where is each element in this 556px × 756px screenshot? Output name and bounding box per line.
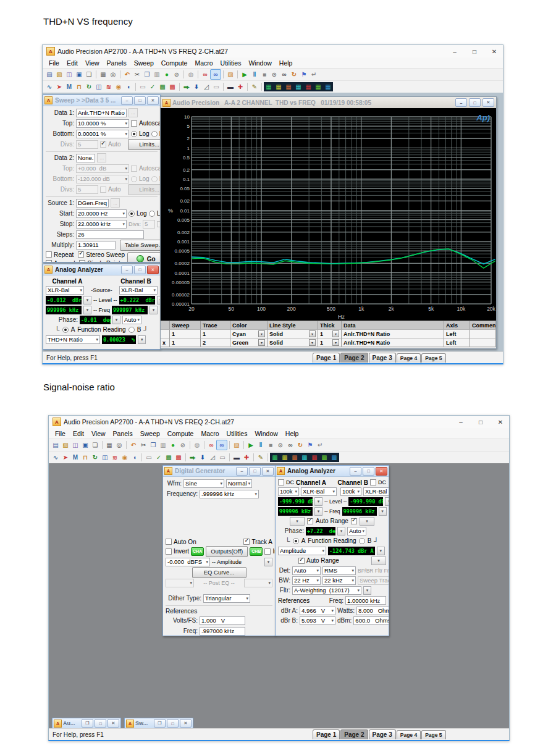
dbra-combo[interactable]: 4.966 V▾	[300, 607, 335, 615]
trace-cell-sel[interactable]: x	[161, 338, 170, 347]
graph-icon[interactable]: ◿	[201, 82, 211, 91]
audio-monitor-icon[interactable]: ◖	[130, 453, 140, 462]
pointer-icon[interactable]: ➤	[54, 82, 64, 91]
data1-top-combo[interactable]: 10.0000 %▾	[76, 119, 129, 128]
close-icon[interactable]: ✕	[489, 48, 499, 55]
graph-titlebar[interactable]: A Audio Precision A-A 2 CHANNEL THD vs F…	[161, 97, 496, 108]
maximize-icon[interactable]: □	[470, 48, 479, 55]
analog-analyzer-icon[interactable]: M	[70, 453, 80, 462]
save-as-icon[interactable]: ❏	[90, 440, 100, 450]
minimize-icon[interactable]: –	[450, 48, 460, 55]
auto-on-checkbox[interactable]	[166, 539, 172, 545]
link-icon[interactable]: ∞	[216, 440, 227, 450]
panel-browser-icon[interactable]: ▨	[232, 440, 242, 450]
cell-dropdown-icon[interactable]: ▾	[309, 339, 316, 346]
data1-bottom-combo[interactable]: 0.00001 %▾	[76, 130, 129, 138]
bw-low-combo[interactable]: 22 Hz▾	[292, 576, 321, 585]
undo-icon[interactable]: ↶	[128, 440, 138, 450]
data2-divs-input[interactable]: 5	[76, 185, 98, 194]
page-tab-3[interactable]: Page 3	[369, 729, 396, 739]
menu-file[interactable]: File	[45, 59, 63, 67]
menu-window[interactable]: Window	[245, 59, 275, 67]
invert-b-checkbox[interactable]	[264, 548, 271, 555]
det-mode-combo[interactable]: RMS▾	[322, 566, 356, 575]
meter-display-1-icon[interactable]: ▦	[264, 82, 274, 91]
voltsfs-input[interactable]: 1.000 V	[200, 616, 245, 625]
dc-a-checkbox[interactable]	[278, 479, 284, 485]
meter-display-1-icon[interactable]: ▦	[270, 453, 280, 462]
sweep-single-icon[interactable]: ⊙	[269, 70, 279, 79]
attach-icon[interactable]: ◍	[192, 440, 202, 450]
page-tab-3[interactable]: Page 3	[369, 353, 396, 363]
meter-display-4-icon[interactable]: ▦	[300, 453, 310, 462]
panel-maximize-icon[interactable]: □	[249, 467, 261, 476]
cell-dropdown-icon[interactable]: ▾	[258, 330, 265, 337]
analog-analyzer-panel[interactable]: A Analog Analyzer – □ ✕ Channel A Channe…	[43, 264, 161, 350]
append-checkbox[interactable]	[46, 260, 52, 262]
phase-mode-combo[interactable]: Auto▾	[122, 316, 141, 324]
status-bits-icon[interactable]: ▬	[225, 82, 235, 91]
digital-generator-panel[interactable]: A Digital Generator – □ ✕ Wfm: Sine▾ Nor…	[162, 465, 276, 636]
data1-limits-button[interactable]: Limits...	[128, 139, 160, 150]
restore-icon[interactable]: ❐	[154, 719, 166, 728]
regulate-icon[interactable]: ↻	[295, 440, 305, 450]
undo-icon[interactable]: ↶	[122, 70, 132, 79]
maximize-icon[interactable]: □	[95, 719, 106, 728]
digital-generator-icon[interactable]: ⊓	[74, 82, 84, 91]
minimize-icon[interactable]: –	[456, 419, 466, 426]
data1-lin-radio[interactable]	[151, 131, 158, 137]
source-a-combo[interactable]: XLR-Bal▾	[301, 487, 337, 496]
panel-maximize-icon[interactable]: □	[134, 96, 146, 105]
menu-utilities[interactable]: Utilities	[223, 430, 251, 437]
table-sweep-button[interactable]: Table Sweep...	[120, 240, 160, 251]
watts-input[interactable]: 8.000 Ohms	[356, 607, 389, 615]
sweep-panel[interactable]: A Sweep > >Data 3 5 ... – □ ✕ Data 1: An…	[43, 94, 161, 262]
go-button[interactable]: Go	[127, 252, 160, 262]
print-icon[interactable]: ▦	[104, 440, 114, 450]
function-a-radio[interactable]	[62, 327, 69, 333]
dio-panel-icon[interactable]: ▭	[144, 453, 154, 462]
settling-icon[interactable]: ✓	[148, 82, 158, 91]
analyzer2-ref-freq-input[interactable]: 1.00000 kHz	[345, 596, 386, 605]
data2-limits-button[interactable]: Limits...	[128, 184, 160, 195]
menu-macro[interactable]: Macro	[197, 430, 222, 437]
track-a-checkbox[interactable]	[243, 539, 250, 545]
steps-input[interactable]: 26	[76, 230, 144, 239]
freq-a-combo-arrow[interactable]: ▾	[314, 507, 322, 516]
monitors-icon[interactable]: ∞	[279, 70, 289, 79]
analog-analyzer-panel-2[interactable]: A Analog Analyzer – □ ✕ DC Channel A Cha…	[275, 465, 389, 636]
save-as-icon[interactable]: ❏	[84, 70, 94, 79]
sweep-pause-icon[interactable]: ‖	[256, 440, 266, 450]
utility-icon[interactable]: ↵	[315, 440, 325, 450]
analog-generator-icon[interactable]: ∿	[44, 82, 54, 91]
repeat-checkbox[interactable]	[46, 251, 52, 258]
panel-close-icon[interactable]: ✕	[147, 96, 159, 105]
minimized-sweep-window[interactable]: A Sw... ❐ □ ✕	[124, 718, 193, 728]
data1-divs-input[interactable]: 5	[76, 140, 98, 149]
graph-maximize-icon[interactable]: □	[469, 98, 481, 107]
page-tab-2[interactable]: Page 2	[340, 353, 368, 363]
log-icon[interactable]: ✎	[256, 453, 266, 462]
new-test-icon[interactable]: ▤	[44, 70, 54, 79]
paste-icon[interactable]: ▥	[158, 440, 168, 450]
invert-a-checkbox[interactable]	[166, 548, 172, 555]
utility-icon[interactable]: ↵	[309, 70, 319, 79]
function-b-radio[interactable]	[128, 327, 135, 333]
menu-help[interactable]: Help	[276, 59, 297, 67]
log-icon[interactable]: ✎	[250, 82, 259, 91]
data2-divs-auto-checkbox[interactable]	[100, 187, 106, 193]
meter-display-3-icon[interactable]: ▦	[284, 82, 293, 91]
open-test-icon[interactable]: ▧	[54, 70, 64, 79]
phase-combo-arrow[interactable]: ▾	[337, 527, 345, 536]
data1-log-radio[interactable]	[131, 131, 137, 137]
freq-b-combo-arrow[interactable]: ▾	[379, 507, 387, 516]
range-a-combo[interactable]: ▾	[290, 517, 305, 526]
ok-icon[interactable]: ●	[168, 440, 178, 450]
unlink-icon[interactable]: ∞	[200, 70, 210, 79]
goto-next-icon[interactable]: ⮕	[182, 82, 192, 91]
menu-view[interactable]: View	[88, 430, 109, 437]
sweep-start-icon[interactable]: ▶	[246, 440, 256, 450]
sweep-stop-icon[interactable]: ■	[259, 70, 269, 79]
panel-minimize-icon[interactable]: –	[350, 467, 361, 476]
graph-minimize-icon[interactable]: –	[455, 98, 467, 107]
